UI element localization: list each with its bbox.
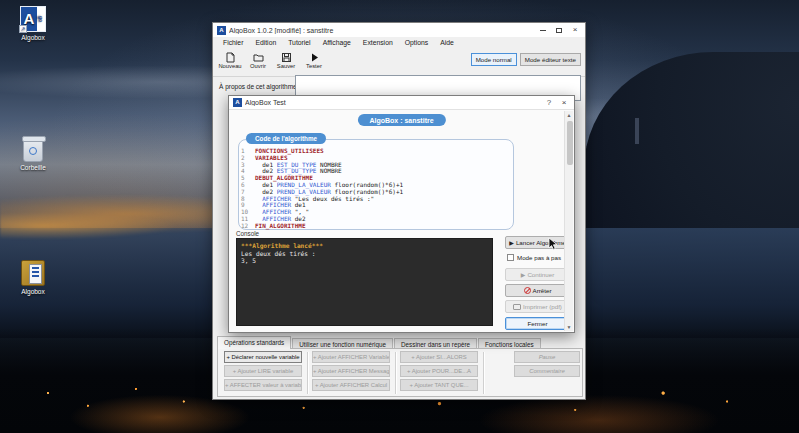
algobox-logo-icon: A go ↗ [20, 6, 46, 32]
dialog-close-button[interactable]: × [556, 97, 572, 109]
variable-buttons-column: + Déclarer nouvelle variable+ Ajouter LI… [224, 351, 302, 393]
mode-normal-button[interactable]: Mode normal [471, 53, 517, 66]
help-button[interactable]: ? [542, 97, 556, 109]
operation-tab[interactable]: Opérations standards [217, 336, 291, 349]
scroll-down-icon[interactable]: ▼ [565, 323, 573, 331]
play-icon: ▶ [521, 272, 526, 278]
action-button[interactable]: + Ajouter TANT QUE... [400, 379, 478, 391]
algobox-app-icon: A [217, 26, 226, 35]
action-button[interactable]: + Ajouter LIRE variable [224, 365, 302, 377]
console-output: ***Algorithme lancé***Les deux dés tirés… [236, 238, 493, 326]
close-dialog-button[interactable]: Fermer [505, 317, 570, 330]
maximize-button[interactable] [551, 24, 567, 36]
stop-button[interactable]: Arrêter [505, 284, 570, 297]
run-algorithm-button[interactable]: ▶ Lancer Algorithme [505, 236, 570, 249]
algobox-app-icon: A [233, 98, 242, 107]
dialog-title: AlgoBox Test [245, 99, 542, 106]
panel-separator [395, 352, 396, 394]
stop-icon [524, 287, 531, 294]
continue-button[interactable]: ▶ Continuer [505, 268, 570, 281]
dialog-title-bar[interactable]: A AlgoBox Test ? × [229, 96, 574, 110]
action-button[interactable]: + Ajouter AFFICHER Calcul [312, 379, 390, 391]
action-button[interactable]: + Déclarer nouvelle variable [224, 351, 302, 363]
desktop-icon-label: Corbeille [2, 164, 64, 171]
main-title-bar[interactable]: A AlgoBox 1.0.2 [modifié] : sanstitre × [213, 23, 585, 37]
window-title: AlgoBox 1.0.2 [modifié] : sanstitre [229, 27, 535, 34]
control-buttons-column: + Ajouter SI...ALORS+ Ajouter POUR...DE.… [400, 351, 478, 393]
menu-item[interactable]: Edition [249, 37, 282, 49]
operations-panel: + Déclarer nouvelle variable+ Ajouter LI… [217, 348, 583, 397]
new-document-icon [225, 52, 236, 63]
desktop-icon-algobox-shortcut[interactable]: A go ↗ Algobox [2, 6, 64, 41]
console-line: ***Algorithme lancé*** [241, 242, 488, 250]
play-icon [309, 52, 320, 63]
algobox-book-icon [21, 260, 45, 286]
action-button[interactable]: + Ajouter POUR...DE...A [400, 365, 478, 377]
scroll-up-icon[interactable]: ▲ [565, 111, 573, 119]
menu-item[interactable]: Fichier [217, 37, 249, 49]
play-icon: ▶ [509, 240, 514, 246]
panel-separator [483, 352, 484, 394]
action-button[interactable]: + AFFECTER valeur à variable [224, 379, 302, 391]
open-button[interactable]: Ouvrir [245, 51, 271, 69]
save-floppy-icon [281, 52, 292, 63]
algorithm-code: 1 FONCTIONS_UTILISEES 2 VARIABLES 3 de1 … [241, 148, 511, 230]
line-number: 12 [241, 223, 255, 230]
recycle-bin-icon [23, 138, 43, 162]
new-button[interactable]: Nouveau [217, 51, 243, 69]
console-line: 3, 5 [241, 257, 488, 265]
console-line: Les deux dés tirés : [241, 250, 488, 258]
minimize-button[interactable] [535, 24, 551, 36]
action-button[interactable]: + Ajouter AFFICHER Message [312, 365, 390, 377]
menu-item[interactable]: Extension [357, 37, 399, 49]
desktop-icon-algobox-file[interactable]: Algobox [2, 260, 64, 295]
open-folder-icon [253, 52, 264, 63]
code-line: 12 FIN_ALGORITHME [241, 223, 511, 230]
save-button[interactable]: Sauver [273, 51, 299, 69]
printer-icon [513, 304, 521, 310]
mode-text-editor-button[interactable]: Mode éditeur texte [520, 53, 581, 66]
about-algorithm-label: À propos de cet algorithme: [219, 83, 299, 90]
menu-item[interactable]: Tutoriel [282, 37, 316, 49]
algobox-test-dialog: A AlgoBox Test ? × AlgoBox : sanstitre C… [228, 95, 575, 333]
panel-separator [307, 352, 308, 394]
action-button[interactable]: + Ajouter SI...ALORS [400, 351, 478, 363]
menu-item[interactable]: Options [399, 37, 434, 49]
side-buttons-column: PauseCommentaire [514, 351, 580, 379]
menu-item[interactable]: Aide [434, 37, 460, 49]
menu-bar: FichierEditionTutorielAffichageExtension… [213, 37, 585, 49]
toolbar: Nouveau Ouvrir Sauver Tester Mode normal… [213, 49, 585, 77]
action-button[interactable]: + Ajouter AFFICHER Variable [312, 351, 390, 363]
close-button[interactable]: × [567, 24, 583, 36]
console-label: Console [236, 230, 259, 237]
desktop-icon-label: Algobox [2, 34, 64, 41]
display-buttons-column: + Ajouter AFFICHER Variable+ Ajouter AFF… [312, 351, 390, 393]
desktop-icon-recycle-bin[interactable]: Corbeille [2, 138, 64, 171]
shortcut-arrow-icon: ↗ [19, 25, 27, 33]
mouse-cursor-icon [547, 237, 559, 251]
menu-item[interactable]: Affichage [317, 37, 357, 49]
code-section-header: Code de l'algorithme [246, 133, 326, 144]
step-mode-label: Mode pas à pas [517, 254, 561, 261]
action-button[interactable]: Commentaire [514, 365, 580, 377]
test-button[interactable]: Tester [301, 51, 327, 69]
action-button[interactable]: Pause [514, 351, 580, 363]
dialog-scrollbar[interactable]: ▲ ▼ [564, 111, 573, 331]
monument-silhouette [635, 118, 639, 144]
algorithm-name-badge: AlgoBox : sanstitre [357, 114, 445, 126]
scrollbar-thumb[interactable] [567, 121, 573, 165]
desktop-icon-label: Algobox [2, 288, 64, 295]
step-mode-checkbox[interactable] [507, 254, 514, 261]
print-pdf-button[interactable]: Imprimer (pdf) [505, 300, 570, 313]
